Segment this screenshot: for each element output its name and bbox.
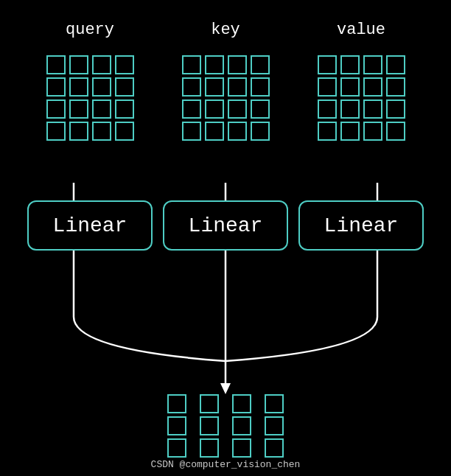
linear-row: Linear Linear Linear <box>0 200 451 251</box>
matrix-cell <box>228 99 247 119</box>
output-cell <box>200 416 219 435</box>
output-matrix <box>232 394 251 458</box>
linear-box-key: Linear <box>163 200 288 251</box>
diagram: query key value Linear Linear Linear <box>0 0 451 476</box>
matrix-cell <box>318 122 337 141</box>
matrix-column <box>69 55 88 141</box>
output-matrix <box>167 394 186 458</box>
matrix-cell <box>228 122 247 141</box>
matrix-column <box>205 55 224 141</box>
matrix-cell <box>205 122 224 141</box>
linear-label-query: Linear <box>53 214 127 237</box>
matrix-cell <box>182 55 201 74</box>
output-cell <box>232 438 251 458</box>
key-matrix <box>170 55 281 141</box>
matrix-cell <box>386 99 405 119</box>
matrix-cell <box>340 77 360 97</box>
output-cell <box>232 394 251 413</box>
matrix-cell <box>228 55 247 74</box>
labels-row: query key value <box>0 21 451 39</box>
output-cell <box>265 394 284 413</box>
matrix-cell <box>46 99 66 119</box>
svg-marker-5 <box>220 383 231 394</box>
matrix-cell <box>251 99 270 119</box>
output-cell <box>167 438 186 458</box>
query-matrix <box>35 55 145 141</box>
matrix-cell <box>363 122 382 141</box>
output-cell <box>265 416 284 435</box>
matrix-cell <box>182 122 201 141</box>
matrix-cell <box>92 77 111 97</box>
matrix-column <box>318 55 337 141</box>
matrix-cell <box>46 122 66 141</box>
watermark: CSDN @computer_vision_chen <box>151 459 301 470</box>
matrix-cell <box>69 77 88 97</box>
matrix-cell <box>228 77 247 97</box>
matrix-cell <box>115 99 134 119</box>
matrix-column <box>46 55 66 141</box>
matrix-cell <box>318 99 337 119</box>
matrix-cell <box>386 55 405 74</box>
matrix-cell <box>340 99 360 119</box>
query-label: query <box>35 21 145 39</box>
output-cell <box>167 394 186 413</box>
matrix-cell <box>340 55 360 74</box>
matrix-column <box>363 55 382 141</box>
matrix-cell <box>92 122 111 141</box>
matrix-cell <box>318 77 337 97</box>
matrix-cell <box>251 77 270 97</box>
matrix-column <box>182 55 201 141</box>
matrix-cell <box>92 55 111 74</box>
matrix-cell <box>92 99 111 119</box>
matrix-cell <box>363 55 382 74</box>
matrix-cell <box>46 77 66 97</box>
linear-box-value: Linear <box>298 200 424 251</box>
linear-box-query: Linear <box>27 200 153 251</box>
matrix-cell <box>69 99 88 119</box>
matrix-cell <box>69 55 88 74</box>
output-row <box>167 394 284 458</box>
output-cell <box>265 438 284 458</box>
linear-label-key: Linear <box>189 214 263 237</box>
matrix-column <box>228 55 247 141</box>
output-cell <box>200 394 219 413</box>
key-label: key <box>170 21 281 39</box>
matrix-cell <box>340 122 360 141</box>
output-matrix <box>265 394 284 458</box>
matrix-cell <box>205 77 224 97</box>
matrix-cell <box>69 122 88 141</box>
matrix-cell <box>115 77 134 97</box>
matrix-cell <box>205 99 224 119</box>
matrix-column <box>115 55 134 141</box>
matrix-column <box>340 55 360 141</box>
matrix-cell <box>251 122 270 141</box>
matrix-column <box>92 55 111 141</box>
matrix-cell <box>115 55 134 74</box>
matrix-cell <box>386 122 405 141</box>
matrix-cell <box>363 99 382 119</box>
matrices-row <box>0 55 451 141</box>
matrix-cell <box>318 55 337 74</box>
output-cell <box>232 416 251 435</box>
output-cell <box>167 416 186 435</box>
value-matrix <box>306 55 416 141</box>
matrix-cell <box>205 55 224 74</box>
matrix-cell <box>251 55 270 74</box>
matrix-column <box>386 55 405 141</box>
linear-label-value: Linear <box>324 214 399 237</box>
matrix-cell <box>182 99 201 119</box>
output-cell <box>200 438 219 458</box>
output-matrix <box>200 394 219 458</box>
matrix-cell <box>46 55 66 74</box>
matrix-cell <box>182 77 201 97</box>
matrix-cell <box>115 122 134 141</box>
value-label: value <box>306 21 416 39</box>
matrix-cell <box>386 77 405 97</box>
matrix-column <box>251 55 270 141</box>
matrix-cell <box>363 77 382 97</box>
